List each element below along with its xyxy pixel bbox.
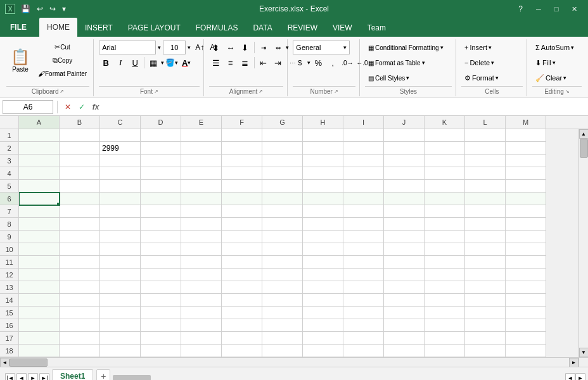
italic-button[interactable]: I [113, 56, 127, 70]
cell-E13[interactable] [181, 281, 222, 294]
cell-E17[interactable] [181, 332, 222, 345]
cell-J8[interactable] [384, 218, 425, 231]
cell-M1[interactable] [506, 129, 546, 142]
cell-K12[interactable] [425, 269, 465, 281]
cell-B1[interactable] [60, 129, 100, 142]
cell-E9[interactable] [181, 231, 222, 243]
cell-E2[interactable] [181, 142, 222, 155]
row-num-6[interactable]: 6 [0, 193, 19, 205]
cell-B18[interactable] [60, 345, 100, 357]
cell-M8[interactable] [506, 218, 546, 231]
cell-M2[interactable] [506, 142, 546, 155]
redo-button[interactable]: ↪ [48, 3, 58, 15]
align-center-button[interactable]: ≡ [224, 56, 238, 70]
cell-B10[interactable] [60, 243, 100, 256]
confirm-formula-button[interactable]: ✓ [75, 101, 88, 113]
cell-F13[interactable] [222, 281, 262, 294]
paste-button[interactable]: 📋 Paste [6, 41, 34, 82]
cell-B8[interactable] [60, 218, 100, 231]
cell-J6[interactable] [384, 193, 425, 205]
cell-A14[interactable] [19, 294, 60, 307]
format-button[interactable]: ⚙ Format ▾ [461, 71, 502, 85]
cell-C16[interactable] [100, 319, 141, 332]
cell-K7[interactable] [425, 205, 465, 218]
cell-D18[interactable] [141, 345, 181, 357]
add-sheet-button[interactable]: + [96, 369, 110, 380]
cell-L18[interactable] [465, 345, 506, 357]
fill-button[interactable]: ⬇ Fill ▾ [532, 56, 559, 70]
cell-A6[interactable] [19, 193, 60, 205]
cell-C6[interactable] [100, 193, 141, 205]
cell-K6[interactable] [425, 193, 465, 205]
cell-F16[interactable] [222, 319, 262, 332]
cell-K2[interactable] [425, 142, 465, 155]
cell-D15[interactable] [141, 307, 181, 319]
cell-G3[interactable] [262, 155, 303, 167]
cell-D10[interactable] [141, 243, 181, 256]
cell-C12[interactable] [100, 269, 141, 281]
cell-K17[interactable] [425, 332, 465, 345]
row-num-11[interactable]: 11 [0, 256, 19, 269]
cell-A5[interactable] [19, 180, 60, 193]
align-middle-button[interactable]: ↔ [224, 41, 238, 54]
cell-K18[interactable] [425, 345, 465, 357]
font-name-input[interactable] [99, 41, 156, 54]
cell-L10[interactable] [465, 243, 506, 256]
row-num-17[interactable]: 17 [0, 332, 19, 345]
comma-button[interactable]: , [326, 56, 340, 70]
percent-button[interactable]: % [311, 56, 325, 70]
row-num-4[interactable]: 4 [0, 167, 19, 180]
cell-F18[interactable] [222, 345, 262, 357]
cut-button[interactable]: ✂ Cut [35, 41, 89, 53]
cell-F1[interactable] [222, 129, 262, 142]
cell-L6[interactable] [465, 193, 506, 205]
cell-D11[interactable] [141, 256, 181, 269]
cell-H1[interactable] [303, 129, 343, 142]
scroll-track-vertical[interactable] [579, 139, 588, 348]
cell-L14[interactable] [465, 294, 506, 307]
cell-K11[interactable] [425, 256, 465, 269]
sheet-last-button[interactable]: ►| [39, 373, 49, 380]
currency-button[interactable]: $ [293, 56, 307, 70]
cell-C3[interactable] [100, 155, 141, 167]
cell-G17[interactable] [262, 332, 303, 345]
align-top-button[interactable]: ⬆ [209, 41, 223, 54]
font-size-dropdown-icon[interactable]: ▾ [186, 44, 192, 51]
cell-H8[interactable] [303, 218, 343, 231]
cell-styles-button[interactable]: ▤ Cell Styles ▾ [365, 71, 412, 85]
clear-button[interactable]: 🧹 Clear ▾ [532, 71, 570, 85]
cell-B9[interactable] [60, 231, 100, 243]
cell-E6[interactable] [181, 193, 222, 205]
insert-arrow[interactable]: ▾ [489, 44, 492, 51]
currency-dropdown[interactable]: ▾ [307, 60, 310, 66]
border-dropdown[interactable]: ▾ [161, 60, 164, 66]
horizontal-scrollbar[interactable]: ◄ ► [0, 357, 578, 367]
cell-D6[interactable] [141, 193, 181, 205]
cell-C14[interactable] [100, 294, 141, 307]
cell-C1[interactable] [100, 129, 141, 142]
tab-insert[interactable]: INSERT [77, 19, 120, 37]
cell-G2[interactable] [262, 142, 303, 155]
fill-arrow[interactable]: ▾ [553, 60, 556, 66]
cell-K9[interactable] [425, 231, 465, 243]
cell-A17[interactable] [19, 332, 60, 345]
cell-M5[interactable] [506, 180, 546, 193]
cell-H9[interactable] [303, 231, 343, 243]
scroll-thumb-vertical[interactable] [580, 139, 588, 158]
merge-center-button[interactable]: ⇔ [271, 41, 285, 54]
cell-D13[interactable] [141, 281, 181, 294]
col-header-G[interactable]: G [262, 116, 303, 129]
cell-B13[interactable] [60, 281, 100, 294]
cell-I8[interactable] [343, 218, 384, 231]
cell-H12[interactable] [303, 269, 343, 281]
col-header-B[interactable]: B [60, 116, 100, 129]
cancel-formula-button[interactable]: ✕ [61, 101, 74, 113]
cell-L16[interactable] [465, 319, 506, 332]
cell-J14[interactable] [384, 294, 425, 307]
tab-scroll-thumb[interactable] [113, 375, 151, 380]
cell-G18[interactable] [262, 345, 303, 357]
cell-A4[interactable] [19, 167, 60, 180]
scroll-up-button[interactable]: ▲ [579, 129, 589, 139]
row-num-14[interactable]: 14 [0, 294, 19, 307]
restore-button[interactable]: □ [547, 0, 565, 18]
